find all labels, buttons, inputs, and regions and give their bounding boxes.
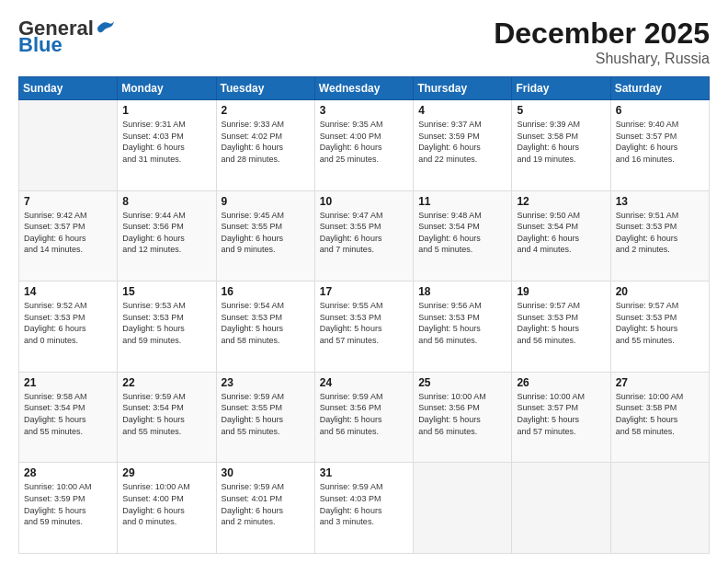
logo-bird-icon <box>96 18 116 35</box>
day-info: Sunrise: 9:39 AM Sunset: 3:58 PM Dayligh… <box>517 119 605 165</box>
day-info: Sunrise: 9:31 AM Sunset: 4:03 PM Dayligh… <box>122 119 210 165</box>
day-info: Sunrise: 9:59 AM Sunset: 4:03 PM Dayligh… <box>320 481 408 527</box>
day-number: 16 <box>222 285 310 298</box>
day-info: Sunrise: 10:00 AM Sunset: 3:56 PM Daylig… <box>418 391 506 437</box>
day-number: 13 <box>616 195 704 208</box>
table-row <box>610 463 709 554</box>
table-row: 29Sunrise: 10:00 AM Sunset: 4:00 PM Dayl… <box>118 463 216 554</box>
day-info: Sunrise: 9:48 AM Sunset: 3:54 PM Dayligh… <box>418 210 506 256</box>
logo: General Blue <box>18 17 116 57</box>
day-info: Sunrise: 9:45 AM Sunset: 3:55 PM Dayligh… <box>222 210 310 256</box>
day-info: Sunrise: 9:55 AM Sunset: 3:53 PM Dayligh… <box>320 300 408 346</box>
day-info: Sunrise: 9:59 AM Sunset: 3:56 PM Dayligh… <box>320 391 408 437</box>
table-row: 8Sunrise: 9:44 AM Sunset: 3:56 PM Daylig… <box>118 190 216 282</box>
table-row: 3Sunrise: 9:35 AM Sunset: 4:00 PM Daylig… <box>314 100 413 191</box>
col-wednesday: Wednesday <box>314 77 413 100</box>
day-info: Sunrise: 9:42 AM Sunset: 3:57 PM Dayligh… <box>24 210 112 256</box>
day-number: 30 <box>222 466 310 479</box>
day-number: 20 <box>616 285 704 298</box>
day-info: Sunrise: 9:59 AM Sunset: 3:54 PM Dayligh… <box>122 391 210 437</box>
day-number: 2 <box>222 104 310 117</box>
calendar-week-row: 28Sunrise: 10:00 AM Sunset: 3:59 PM Dayl… <box>19 463 710 554</box>
table-row: 15Sunrise: 9:53 AM Sunset: 3:53 PM Dayli… <box>118 282 216 373</box>
day-info: Sunrise: 9:51 AM Sunset: 3:53 PM Dayligh… <box>616 210 704 256</box>
table-row: 17Sunrise: 9:55 AM Sunset: 3:53 PM Dayli… <box>314 282 413 373</box>
day-info: Sunrise: 9:57 AM Sunset: 3:53 PM Dayligh… <box>616 300 704 346</box>
table-row: 25Sunrise: 10:00 AM Sunset: 3:56 PM Dayl… <box>414 372 512 463</box>
day-info: Sunrise: 9:57 AM Sunset: 3:53 PM Dayligh… <box>517 300 605 346</box>
table-row: 5Sunrise: 9:39 AM Sunset: 3:58 PM Daylig… <box>512 100 610 191</box>
table-row: 2Sunrise: 9:33 AM Sunset: 4:02 PM Daylig… <box>216 100 314 191</box>
table-row: 10Sunrise: 9:47 AM Sunset: 3:55 PM Dayli… <box>314 190 413 282</box>
table-row: 18Sunrise: 9:56 AM Sunset: 3:53 PM Dayli… <box>414 282 512 373</box>
day-info: Sunrise: 9:37 AM Sunset: 3:59 PM Dayligh… <box>418 119 506 165</box>
day-number: 11 <box>418 195 506 208</box>
logo-blue: Blue <box>18 33 63 57</box>
table-row: 7Sunrise: 9:42 AM Sunset: 3:57 PM Daylig… <box>19 190 118 282</box>
day-number: 26 <box>517 376 605 389</box>
day-number: 27 <box>616 376 704 389</box>
table-row: 27Sunrise: 10:00 AM Sunset: 3:58 PM Dayl… <box>610 372 709 463</box>
table-row: 30Sunrise: 9:59 AM Sunset: 4:01 PM Dayli… <box>216 463 314 554</box>
table-row: 9Sunrise: 9:45 AM Sunset: 3:55 PM Daylig… <box>216 190 314 282</box>
table-row: 13Sunrise: 9:51 AM Sunset: 3:53 PM Dayli… <box>610 190 709 282</box>
day-number: 18 <box>418 285 506 298</box>
day-info: Sunrise: 9:47 AM Sunset: 3:55 PM Dayligh… <box>320 210 408 256</box>
table-row: 24Sunrise: 9:59 AM Sunset: 3:56 PM Dayli… <box>314 372 413 463</box>
day-info: Sunrise: 9:40 AM Sunset: 3:57 PM Dayligh… <box>616 119 704 165</box>
day-info: Sunrise: 9:50 AM Sunset: 3:54 PM Dayligh… <box>517 210 605 256</box>
day-number: 9 <box>222 195 310 208</box>
day-number: 15 <box>122 285 210 298</box>
day-number: 3 <box>320 104 408 117</box>
day-info: Sunrise: 9:58 AM Sunset: 3:54 PM Dayligh… <box>24 391 112 437</box>
table-row: 23Sunrise: 9:59 AM Sunset: 3:55 PM Dayli… <box>216 372 314 463</box>
day-info: Sunrise: 9:52 AM Sunset: 3:53 PM Dayligh… <box>24 300 112 346</box>
col-monday: Monday <box>118 77 216 100</box>
table-row: 28Sunrise: 10:00 AM Sunset: 3:59 PM Dayl… <box>19 463 118 554</box>
table-row <box>414 463 512 554</box>
calendar-week-row: 1Sunrise: 9:31 AM Sunset: 4:03 PM Daylig… <box>19 100 710 191</box>
day-number: 14 <box>24 285 112 298</box>
day-number: 25 <box>418 376 506 389</box>
table-row: 14Sunrise: 9:52 AM Sunset: 3:53 PM Dayli… <box>19 282 118 373</box>
col-sunday: Sunday <box>19 77 118 100</box>
table-row: 11Sunrise: 9:48 AM Sunset: 3:54 PM Dayli… <box>414 190 512 282</box>
table-row: 21Sunrise: 9:58 AM Sunset: 3:54 PM Dayli… <box>19 372 118 463</box>
day-number: 21 <box>24 376 112 389</box>
col-thursday: Thursday <box>414 77 512 100</box>
table-row: 31Sunrise: 9:59 AM Sunset: 4:03 PM Dayli… <box>314 463 413 554</box>
calendar-week-row: 21Sunrise: 9:58 AM Sunset: 3:54 PM Dayli… <box>19 372 710 463</box>
day-info: Sunrise: 9:33 AM Sunset: 4:02 PM Dayligh… <box>222 119 310 165</box>
title-block: December 2025 Shushary, Russia <box>494 17 710 67</box>
calendar-table: Sunday Monday Tuesday Wednesday Thursday… <box>18 76 710 554</box>
day-number: 10 <box>320 195 408 208</box>
location: Shushary, Russia <box>494 51 710 67</box>
day-number: 7 <box>24 195 112 208</box>
day-info: Sunrise: 9:35 AM Sunset: 4:00 PM Dayligh… <box>320 119 408 165</box>
day-number: 5 <box>517 104 605 117</box>
col-friday: Friday <box>512 77 610 100</box>
day-number: 19 <box>517 285 605 298</box>
day-number: 22 <box>122 376 210 389</box>
day-info: Sunrise: 10:00 AM Sunset: 3:58 PM Daylig… <box>616 391 704 437</box>
day-number: 8 <box>122 195 210 208</box>
day-number: 6 <box>616 104 704 117</box>
table-row: 19Sunrise: 9:57 AM Sunset: 3:53 PM Dayli… <box>512 282 610 373</box>
day-number: 24 <box>320 376 408 389</box>
table-row: 12Sunrise: 9:50 AM Sunset: 3:54 PM Dayli… <box>512 190 610 282</box>
day-number: 23 <box>222 376 310 389</box>
day-info: Sunrise: 9:59 AM Sunset: 3:55 PM Dayligh… <box>222 391 310 437</box>
table-row: 1Sunrise: 9:31 AM Sunset: 4:03 PM Daylig… <box>118 100 216 191</box>
table-row <box>19 100 118 191</box>
day-number: 4 <box>418 104 506 117</box>
table-row: 16Sunrise: 9:54 AM Sunset: 3:53 PM Dayli… <box>216 282 314 373</box>
day-info: Sunrise: 10:00 AM Sunset: 3:59 PM Daylig… <box>24 481 112 527</box>
table-row: 22Sunrise: 9:59 AM Sunset: 3:54 PM Dayli… <box>118 372 216 463</box>
day-number: 1 <box>122 104 210 117</box>
calendar-week-row: 7Sunrise: 9:42 AM Sunset: 3:57 PM Daylig… <box>19 190 710 282</box>
day-info: Sunrise: 9:54 AM Sunset: 3:53 PM Dayligh… <box>222 300 310 346</box>
table-row: 20Sunrise: 9:57 AM Sunset: 3:53 PM Dayli… <box>610 282 709 373</box>
day-info: Sunrise: 9:44 AM Sunset: 3:56 PM Dayligh… <box>122 210 210 256</box>
day-info: Sunrise: 9:56 AM Sunset: 3:53 PM Dayligh… <box>418 300 506 346</box>
month-title: December 2025 <box>494 17 710 51</box>
